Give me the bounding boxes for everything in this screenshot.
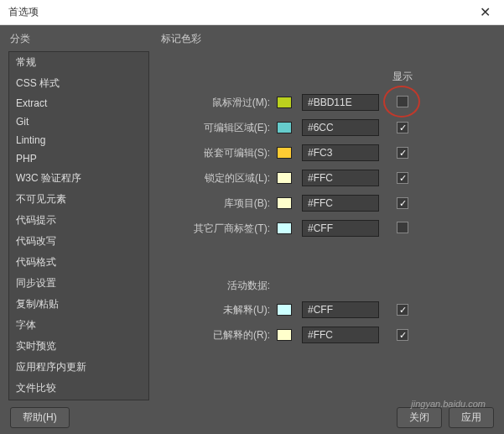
color-swatch[interactable]	[277, 122, 292, 133]
sidebar-item[interactable]: 同步设置	[9, 273, 148, 294]
sidebar-item[interactable]: 代码改写	[9, 231, 148, 252]
color-swatch[interactable]	[277, 329, 292, 341]
category-list[interactable]: 常规CSS 样式ExtractGitLintingPHPW3C 验证程序不可见元…	[8, 51, 149, 400]
color-swatch[interactable]	[277, 222, 292, 234]
sidebar-item[interactable]: W3C 验证程序	[9, 168, 148, 189]
footer: 帮助(H) 关闭 应用	[0, 400, 504, 434]
show-checkbox[interactable]	[397, 329, 408, 341]
color-swatch[interactable]	[277, 197, 292, 209]
apply-button[interactable]: 应用	[449, 407, 494, 428]
sidebar-heading: 分类	[10, 32, 149, 46]
color-input[interactable]	[302, 301, 379, 318]
show-header: 显示	[386, 70, 419, 84]
sidebar-item[interactable]: Linting	[9, 131, 148, 149]
color-input[interactable]	[302, 144, 379, 161]
show-checkbox[interactable]	[397, 122, 408, 133]
color-input[interactable]	[302, 195, 379, 212]
color-swatch[interactable]	[277, 147, 292, 159]
show-checkbox[interactable]	[397, 304, 408, 316]
color-input[interactable]	[302, 220, 379, 237]
color-input[interactable]	[302, 94, 379, 111]
sidebar-item[interactable]: 不可见元素	[9, 189, 148, 210]
titlebar: 首选项 ✕	[0, 0, 504, 25]
settings-grid: 显示 鼠标滑过(M):可编辑区域(E):嵌套可编辑(S):锁定的区域(L):库项…	[161, 70, 492, 343]
sidebar-item[interactable]: 文件类型 / 编辑器	[9, 399, 148, 400]
row-label: 库项目(B):	[161, 196, 270, 211]
sidebar-item[interactable]: CSS 样式	[9, 73, 148, 94]
sidebar-item[interactable]: PHP	[9, 149, 148, 168]
sidebar-item[interactable]: Git	[9, 112, 148, 131]
sidebar-item[interactable]: 常规	[9, 52, 148, 73]
main-panel: 标记色彩 显示 鼠标滑过(M):可编辑区域(E):嵌套可编辑(S):锁定的区域(…	[149, 25, 504, 400]
sidebar-item[interactable]: Extract	[9, 94, 148, 112]
row-label: 锁定的区域(L):	[161, 171, 270, 186]
color-swatch[interactable]	[277, 172, 292, 184]
sidebar-item[interactable]: 字体	[9, 315, 148, 336]
dialog-body: 分类 常规CSS 样式ExtractGitLintingPHPW3C 验证程序不…	[0, 25, 504, 400]
close-icon[interactable]: ✕	[475, 4, 496, 20]
row-label: 可编辑区域(E):	[161, 121, 270, 135]
close-button[interactable]: 关闭	[397, 407, 442, 428]
sidebar-item[interactable]: 代码提示	[9, 210, 148, 231]
row-label: 已解释的(R):	[161, 328, 270, 342]
row-label: 嵌套可编辑(S):	[161, 146, 270, 160]
sidebar: 分类 常规CSS 样式ExtractGitLintingPHPW3C 验证程序不…	[0, 25, 149, 400]
color-swatch[interactable]	[277, 97, 292, 108]
row-label: 未解释(U):	[161, 303, 270, 317]
sidebar-item[interactable]: 应用程序内更新	[9, 357, 148, 378]
color-input[interactable]	[302, 170, 379, 186]
row-label: 鼠标滑过(M):	[161, 96, 270, 110]
show-checkbox[interactable]	[397, 172, 408, 184]
color-input[interactable]	[302, 327, 379, 343]
sidebar-item[interactable]: 实时预览	[9, 336, 148, 357]
color-input[interactable]	[302, 119, 379, 136]
window-title: 首选项	[8, 5, 475, 19]
live-data-heading: 活动数据:	[161, 279, 270, 293]
row-label: 其它厂商标签(T):	[161, 222, 270, 236]
show-checkbox[interactable]	[397, 147, 408, 159]
panel-title: 标记色彩	[161, 32, 492, 46]
help-button[interactable]: 帮助(H)	[10, 407, 70, 428]
show-checkbox[interactable]	[397, 222, 408, 233]
show-checkbox[interactable]	[397, 197, 408, 209]
show-checkbox[interactable]	[397, 96, 408, 107]
sidebar-item[interactable]: 复制/粘贴	[9, 294, 148, 315]
sidebar-item[interactable]: 代码格式	[9, 252, 148, 273]
sidebar-item[interactable]: 文件比较	[9, 378, 148, 399]
color-swatch[interactable]	[277, 304, 292, 316]
